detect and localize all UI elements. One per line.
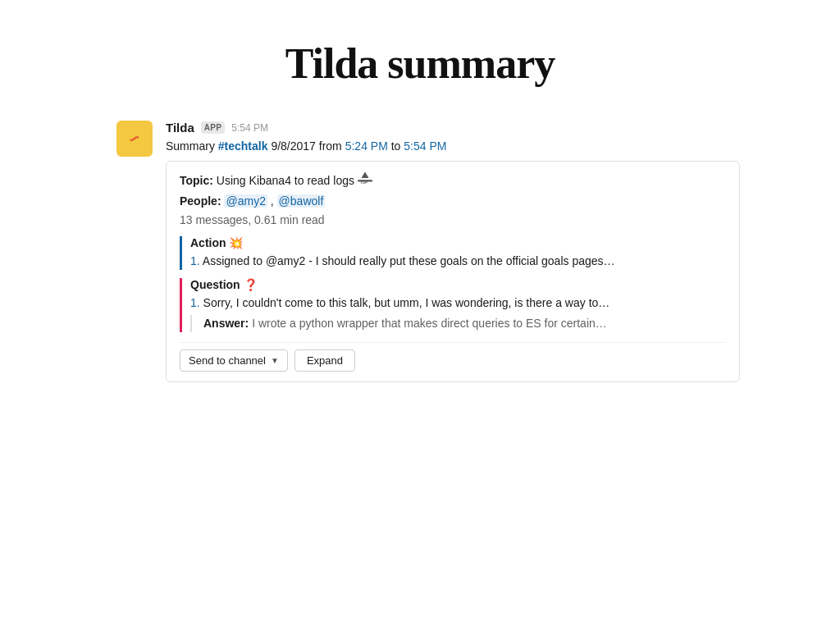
summary-line: Summary #techtalk 9/8/2017 from 5:24 PM … [166,139,740,153]
person1-mention[interactable]: @amy2 [224,194,267,208]
action-emoji: 💥 [229,236,243,249]
action-bar: Send to channel ▼ Expand [180,342,726,372]
action-num: 1. [190,254,200,267]
chevron-down-icon: ▼ [271,356,279,365]
action-section: Action 💥 1. Assigned to @amy2 - I should… [180,236,726,270]
message-header: Tilda APP 5:54 PM [166,121,740,135]
answer-row: Answer: I wrote a python wrapper that ma… [190,315,726,332]
action-title: Action 💥 [190,236,726,249]
channel-link[interactable]: #techtalk [218,139,268,153]
timestamp: 5:54 PM [231,122,268,134]
time-to: to [391,139,401,153]
question-num: 1. [190,296,200,309]
person2-mention[interactable]: @bawolf [277,194,326,208]
send-label: Send to channel [189,354,266,367]
message-card: ~ Tilda APP 5:54 PM Summary #techtalk 9/… [100,121,740,382]
action-text: - I should really put these goals on the… [308,254,614,267]
question-text: Sorry, I couldn't come to this talk, but… [203,296,610,309]
action-item: 1. Assigned to @amy2 - I should really p… [190,253,726,270]
stats-row: 13 messages, 0.61 min read [180,213,726,226]
send-to-channel-button[interactable]: Send to channel ▼ [180,349,288,372]
people-row: People: @amy2 , @bawolf [180,193,726,210]
answer-text: I wrote a python wrapper that makes dire… [252,317,607,330]
topic-value: Using Kibana4 to read logs [217,174,354,187]
expand-button[interactable]: Expand [294,349,355,372]
question-emoji: ❓ [244,278,258,291]
svg-marker-1 [361,172,368,179]
page-title: Tilda summary [0,0,840,121]
action-mention[interactable]: @amy2 [266,254,305,267]
svg-text:TOP: TOP [360,180,368,185]
comma: , [271,194,274,208]
people-label: People: [180,194,221,208]
time-end[interactable]: 5:54 PM [404,139,446,153]
summary-date: 9/8/2017 from [271,139,341,153]
summary-prefix: Summary [166,139,215,153]
tilda-logo: ~ [126,127,144,151]
time-start[interactable]: 5:24 PM [345,139,388,153]
question-section: Question ❓ 1. Sorry, I couldn't come to … [180,278,726,332]
topic-row: Topic: Using Kibana4 to read logs TOP [180,171,726,189]
question-title: Question ❓ [190,278,726,291]
topic-label: Topic: [180,174,213,187]
answer-label: Answer: [203,317,249,330]
message-content-card: Topic: Using Kibana4 to read logs TOP Pe… [166,161,740,382]
avatar: ~ [116,121,153,157]
sender-name: Tilda [166,121,194,135]
question-item: 1. Sorry, I couldn't come to this talk, … [190,294,726,312]
app-badge: APP [201,121,225,134]
top-icon: TOP [358,171,372,185]
